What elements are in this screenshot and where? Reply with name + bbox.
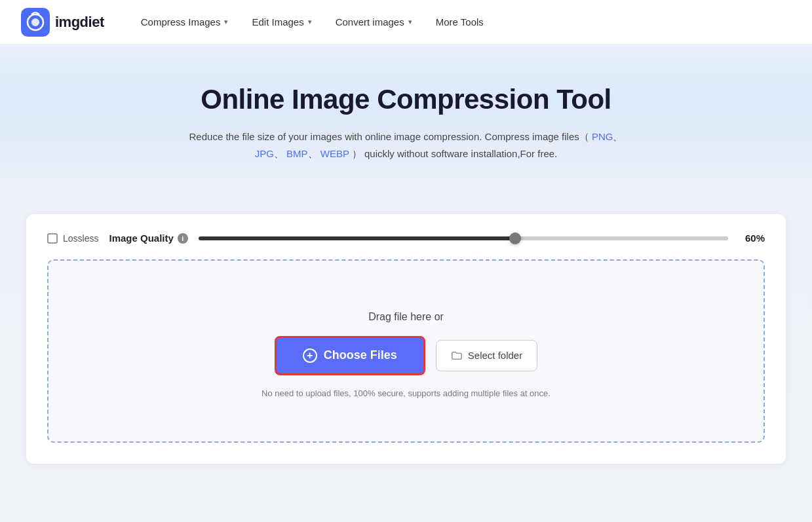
nav-item-compress-images[interactable]: Compress Images ▾ [130, 11, 239, 33]
hero-desc-after: ） quickly without software installation,… [352, 148, 557, 159]
nav-label-convert-images: Convert images [336, 16, 404, 28]
svg-point-2 [31, 18, 39, 26]
format-link-bmp[interactable]: BMP [286, 148, 308, 159]
logo[interactable]: imgdiet [21, 8, 104, 37]
quality-label: Image Quality i [109, 233, 187, 244]
nav-label-compress-images: Compress Images [141, 16, 221, 28]
plus-circle-icon: + [303, 348, 317, 363]
slider-wrapper [199, 236, 728, 240]
logo-icon [21, 8, 50, 37]
hero-section: Online Image Compression Tool Reduce the… [0, 45, 812, 195]
drag-text: Drag file here or [368, 311, 444, 323]
tool-card: Lossless Image Quality i 60% Drag file h… [26, 214, 786, 464]
main-content: Lossless Image Quality i 60% Drag file h… [0, 195, 812, 503]
format-link-webp[interactable]: WEBP [320, 148, 349, 159]
chevron-down-icon: ▾ [224, 18, 228, 26]
quality-row: Lossless Image Quality i 60% [47, 233, 765, 244]
format-link-jpg[interactable]: JPG [255, 148, 274, 159]
hero-description: Reduce the file size of your images with… [177, 128, 636, 162]
format-link-png[interactable]: PNG [592, 131, 613, 142]
choose-files-label: Choose Files [324, 348, 397, 362]
drop-zone[interactable]: Drag file here or + Choose Files Select … [47, 259, 765, 443]
main-nav: Compress Images ▾ Edit Images ▾ Convert … [130, 11, 791, 33]
nav-item-more-tools[interactable]: More Tools [425, 11, 494, 33]
quality-value: 60% [739, 233, 765, 244]
folder-icon [451, 350, 463, 362]
lossless-checkbox[interactable] [47, 233, 58, 244]
security-text: No need to upload files, 100% secure, su… [261, 388, 551, 398]
logo-text: imgdiet [55, 14, 104, 31]
header: imgdiet Compress Images ▾ Edit Images ▾ … [0, 0, 812, 45]
buttons-row: + Choose Files Select folder [275, 336, 537, 375]
select-folder-label: Select folder [468, 350, 522, 361]
nav-item-convert-images[interactable]: Convert images ▾ [325, 11, 423, 33]
lossless-checkbox-wrapper: Lossless [47, 233, 98, 244]
nav-label-more-tools: More Tools [436, 16, 484, 28]
chevron-down-icon: ▾ [408, 18, 412, 26]
chevron-down-icon: ▾ [308, 18, 312, 26]
hero-title: Online Image Compression Tool [13, 84, 799, 115]
hero-desc-before: Reduce the file size of your images with… [189, 131, 589, 142]
choose-files-button[interactable]: + Choose Files [275, 336, 425, 375]
quality-slider[interactable] [199, 236, 728, 240]
select-folder-button[interactable]: Select folder [436, 340, 537, 371]
nav-item-edit-images[interactable]: Edit Images ▾ [241, 11, 322, 33]
info-icon[interactable]: i [178, 233, 188, 244]
lossless-label[interactable]: Lossless [63, 233, 98, 244]
nav-label-edit-images: Edit Images [252, 16, 303, 28]
